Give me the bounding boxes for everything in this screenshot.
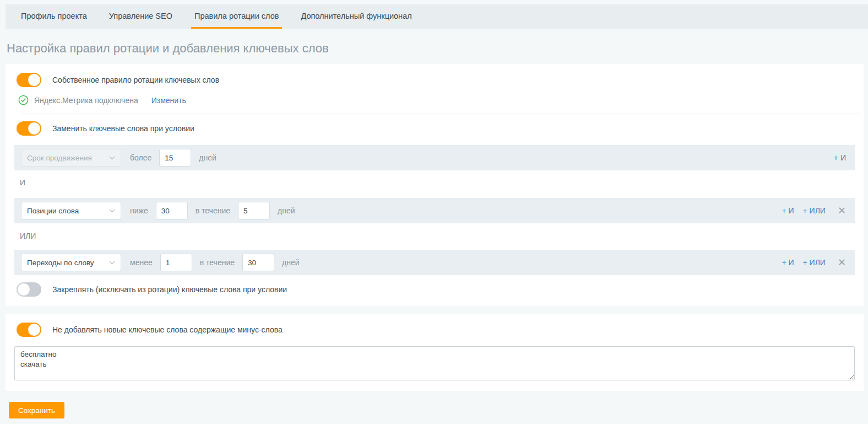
replace-toggle-row: Заменить ключевые слова при условии [17, 121, 855, 136]
section-divider [20, 114, 860, 114]
condition-row-3: Переходы по слову менее в течение дней +… [14, 250, 855, 275]
condition-row-1: Срок продвижения более дней + И [14, 145, 855, 170]
chevron-down-icon [109, 209, 115, 213]
add-and-link[interactable]: + И [782, 206, 794, 215]
condition3-duration-input[interactable] [242, 254, 274, 271]
tab-rotation-rules[interactable]: Правила ротации слов [191, 4, 282, 29]
condition2-value-input[interactable] [156, 202, 188, 219]
toggle-knob [17, 283, 30, 296]
metrika-change-link[interactable]: Изменить [151, 96, 186, 105]
metrika-status-text: Яндекс.Метрика подключена [34, 96, 138, 105]
minus-words-toggle[interactable] [17, 323, 41, 337]
metric-select[interactable]: Срок продвижения [21, 149, 121, 167]
toggle-knob [28, 323, 41, 336]
condition1-value-input[interactable] [159, 149, 191, 167]
comparator-label: более [130, 153, 151, 162]
pin-toggle-row: Закреплять (исключать из ротации) ключев… [17, 282, 855, 297]
or-connector-label: ИЛИ [20, 232, 855, 240]
duration-label: в течение [200, 258, 235, 267]
unit-label: дней [278, 206, 295, 215]
tab-seo-management[interactable]: Управление SEO [106, 4, 176, 29]
tab-project-profile[interactable]: Профиль проекта [18, 4, 90, 29]
row-links: + И + ИЛИ ✕ [782, 257, 846, 267]
page-title: Настройка правил ротации и добавления кл… [7, 41, 868, 56]
add-or-link[interactable]: + ИЛИ [803, 258, 826, 267]
check-circle-icon [18, 95, 29, 105]
toggle-knob [28, 73, 41, 87]
rotation-rules-card: Собственное правило ротации ключевых сло… [6, 64, 864, 306]
pin-toggle-label: Закреплять (исключать из ротации) ключев… [52, 285, 287, 294]
minus-words-textarea[interactable]: бесплатно скачать [14, 346, 855, 380]
remove-condition-icon[interactable]: ✕ [838, 206, 846, 216]
unit-label: дней [199, 153, 216, 162]
add-and-link[interactable]: + И [782, 258, 794, 267]
own-rule-toggle-label: Собственное правило ротации ключевых сло… [52, 76, 219, 84]
condition2-duration-input[interactable] [238, 202, 270, 219]
minus-words-toggle-label: Не добавлять новые ключевые слова содерж… [52, 325, 283, 334]
row-links: + И + ИЛИ ✕ [782, 206, 846, 216]
chevron-down-icon [109, 261, 115, 265]
condition3-value-input[interactable] [160, 254, 192, 271]
metric-select-value: Срок продвижения [27, 154, 92, 162]
unit-label: дней [282, 258, 300, 267]
minus-words-toggle-row: Не добавлять новые ключевые слова содерж… [17, 323, 855, 337]
save-button[interactable]: Сохранить [9, 402, 64, 418]
metrika-status-row: Яндекс.Метрика подключена Изменить [18, 95, 855, 105]
replace-keywords-toggle[interactable] [17, 121, 41, 136]
remove-condition-icon[interactable]: ✕ [838, 257, 846, 267]
metric-select[interactable]: Позиции слова [21, 202, 121, 219]
toggle-knob [28, 122, 41, 135]
comparator-label: менее [130, 258, 153, 267]
replace-toggle-label: Заменить ключевые слова при условии [52, 124, 194, 133]
row-links: + И [834, 153, 846, 162]
pin-keywords-toggle[interactable] [17, 282, 41, 297]
duration-label: в течение [196, 206, 230, 215]
own-rule-toggle-row: Собственное правило ротации ключевых сло… [17, 73, 855, 87]
metric-select-value: Позиции слова [27, 207, 79, 215]
and-connector-label: И [20, 178, 855, 187]
tab-additional-functions[interactable]: Дополнительный функционал [297, 4, 415, 29]
minus-words-card: Не добавлять новые ключевые слова содерж… [6, 314, 864, 391]
metric-select[interactable]: Переходы по слову [21, 254, 121, 271]
comparator-label: ниже [130, 206, 148, 215]
tab-bar: Профиль проекта Управление SEO Правила р… [6, 4, 868, 29]
own-rule-toggle[interactable] [17, 73, 41, 87]
chevron-down-icon [109, 156, 115, 160]
add-or-link[interactable]: + ИЛИ [803, 206, 826, 215]
metric-select-value: Переходы по слову [27, 259, 94, 267]
add-and-link[interactable]: + И [834, 153, 846, 162]
condition-row-2: Позиции слова ниже в течение дней + И + … [14, 198, 855, 223]
